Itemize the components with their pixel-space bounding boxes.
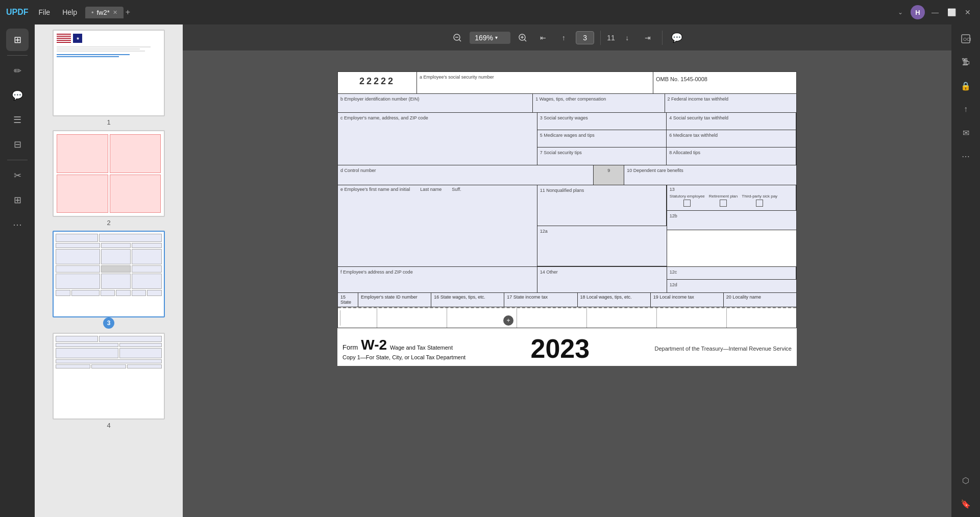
next-page-button[interactable]: ↓: [619, 30, 635, 46]
right-icon-upload[interactable]: ↑: [955, 99, 976, 119]
sidebar-crop-icon[interactable]: ✂: [6, 164, 29, 187]
sidebar-edit-icon[interactable]: ✏: [6, 60, 29, 82]
form-title-area: Form W-2 Wage and Tax Statement Copy 1—F…: [342, 337, 465, 360]
maximize-button[interactable]: ⬜: [945, 6, 958, 18]
right-icon-lock[interactable]: 🔒: [955, 76, 976, 96]
sidebar-table-icon[interactable]: ⊟: [6, 133, 29, 156]
field-1: 1 Wages, tips, other compensation: [533, 94, 665, 112]
add-tab-button[interactable]: +: [126, 8, 130, 17]
app-logo: UPDF: [6, 8, 29, 17]
field-4: 4 Social security tax withheld: [667, 113, 796, 130]
zoom-dropdown-icon: ▾: [495, 35, 498, 40]
form-word: Form: [342, 343, 358, 351]
field-3: 3 Social security wages: [537, 113, 667, 130]
zoom-out-button[interactable]: [449, 30, 465, 46]
field-12a: 12a: [537, 226, 667, 267]
user-avatar[interactable]: H: [911, 5, 925, 19]
sidebar-divider-1: [7, 55, 28, 56]
sidebar-form-icon[interactable]: ☰: [6, 109, 29, 131]
field-omb: OMB No. 1545-0008: [653, 72, 796, 93]
thumb-img-4: [53, 333, 165, 420]
field-10: 10 Dependent care benefits: [624, 165, 796, 185]
field-6: 6 Medicare tax withheld: [667, 130, 796, 147]
thumb-img-2: [53, 130, 165, 217]
expand-button[interactable]: +: [503, 315, 513, 326]
tab-fw2[interactable]: • fw2* ✕: [85, 7, 124, 18]
page-number-input[interactable]: [576, 31, 594, 44]
tab-label: fw2*: [96, 9, 109, 16]
field-20: 20 Locality name: [724, 293, 796, 307]
sidebar-ocr-icon[interactable]: ⊞: [6, 189, 29, 211]
w2-footer: Form W-2 Wage and Tax Statement Copy 1—F…: [337, 331, 797, 366]
thumbnail-4[interactable]: 4: [40, 333, 178, 429]
treasury-label: Department of the Treasury—Internal Reve…: [655, 346, 792, 352]
field-18: 18 Local wages, tips, etc.: [578, 293, 651, 307]
thumbnail-panel: ★ 1: [35, 24, 183, 517]
thumb-badge-3: 3: [103, 317, 114, 329]
top-bar: UPDF File Help • fw2* ✕ + ⌄ H — ⬜ ✕: [0, 0, 980, 24]
field-9: 9: [594, 165, 624, 185]
form-row-2: b Employer identification number (EIN) 1…: [338, 94, 796, 113]
right-icon-compress[interactable]: 🗜: [955, 52, 976, 72]
thumbnail-3[interactable]: 3: [40, 231, 178, 329]
prev-page-button[interactable]: ↑: [555, 30, 572, 46]
field-12c: 12c: [667, 267, 796, 280]
page-total: 11: [607, 34, 615, 42]
help-menu[interactable]: Help: [58, 6, 81, 18]
field-d: d Control number: [338, 165, 594, 185]
svg-text:OCR: OCR: [963, 37, 971, 42]
sidebar-more-icon[interactable]: ⋯: [6, 213, 29, 236]
content-area: 22222 a Employee's social security numbe…: [183, 51, 951, 517]
right-icon-bookmark[interactable]: 🔖: [955, 494, 976, 514]
zoom-in-button[interactable]: [514, 30, 531, 46]
field-b: b Employer identification number (EIN): [338, 94, 533, 112]
right-icon-ocr[interactable]: OCR: [955, 29, 976, 49]
state-id: Employer's state ID number: [358, 293, 431, 307]
field-a: a Employee's social security number: [417, 72, 653, 93]
form-title: W-2: [361, 337, 387, 353]
first-page-button[interactable]: ⇤: [535, 30, 551, 46]
field-f: f Employee's address and ZIP code: [338, 267, 537, 292]
comment-button[interactable]: 💬: [669, 30, 685, 46]
minimize-button[interactable]: —: [929, 6, 941, 18]
thumb-number-4: 4: [107, 422, 110, 429]
thumb-img-1: ★: [53, 30, 165, 116]
tab-dot: •: [91, 9, 94, 16]
field-16: 16 State wages, tips, etc.: [431, 293, 504, 307]
form-row-3: c Employer's name, address, and ZIP code…: [338, 113, 796, 165]
w2-form: 22222 a Employee's social security numbe…: [337, 71, 797, 328]
field-11: 11 Nonqualified plans: [537, 185, 667, 226]
right-panel: OCR 🗜 🔒 ↑ ✉ ⋯ ⬡ 🔖 💬: [951, 24, 980, 517]
field-12b: 12b: [667, 211, 796, 230]
toolbar-divider-2: [662, 31, 663, 45]
thumbnail-2[interactable]: 2: [40, 130, 178, 227]
file-menu[interactable]: File: [35, 6, 55, 18]
thumb-img-3: [53, 231, 165, 317]
svg-line-6: [525, 39, 527, 41]
w2-document: 22222 a Employee's social security numbe…: [337, 71, 797, 366]
zoom-display[interactable]: 169% ▾: [470, 32, 510, 44]
field-2: 2 Federal income tax withheld: [665, 94, 796, 112]
thumbnail-1[interactable]: ★ 1: [40, 30, 178, 126]
field-15: 15 State: [338, 293, 358, 307]
field-8: 8 Allocated tips: [667, 147, 796, 165]
left-sidebar: ⊞ ✏ 💬 ☰ ⊟ ✂ ⊞ ⋯: [0, 24, 35, 517]
svg-line-2: [459, 39, 461, 41]
field-17: 17 State income tax: [504, 293, 577, 307]
tab-close-icon[interactable]: ✕: [113, 9, 117, 16]
dropdown-arrow-icon[interactable]: ⌄: [894, 6, 906, 18]
sidebar-comment-icon[interactable]: 💬: [6, 84, 29, 107]
last-page-button[interactable]: ⇥: [640, 30, 656, 46]
field-14: 14 Other: [537, 267, 667, 292]
right-icon-email[interactable]: ✉: [955, 122, 976, 143]
top-bar-right: ⌄ H — ⬜ ✕: [894, 5, 974, 19]
right-icon-layers[interactable]: ⬡: [955, 470, 976, 490]
close-button[interactable]: ✕: [962, 6, 974, 18]
form-row-d: d Control number 9 10 Dependent care ben…: [338, 165, 796, 185]
field-5: 5 Medicare wages and tips: [537, 130, 667, 147]
toolbar: 169% ▾ ⇤ ↑ 11 ↓ ⇥: [183, 24, 951, 51]
zoom-level: 169%: [475, 34, 493, 42]
right-icon-more[interactable]: ⋯: [955, 146, 976, 166]
sidebar-grid-icon[interactable]: ⊞: [6, 29, 29, 51]
form-row-bottom: 15 State Employer's state ID number 16 S…: [338, 293, 796, 307]
